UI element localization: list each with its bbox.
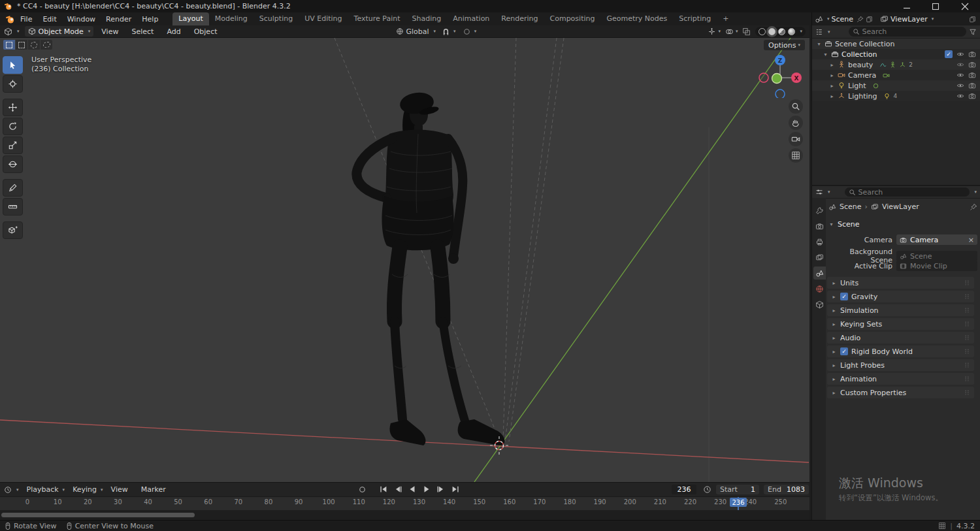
filter-icon[interactable] — [969, 28, 977, 36]
jump-to-start-icon[interactable] — [379, 485, 388, 494]
auto-keying-icon[interactable] — [358, 485, 367, 494]
disclosure-icon[interactable]: ▸ — [829, 83, 835, 89]
viewlayer-icon[interactable] — [880, 15, 889, 24]
gravity-checkbox[interactable]: ✓ — [840, 293, 848, 300]
ortho-toggle-button[interactable] — [789, 148, 803, 163]
workspace-tab-shading[interactable]: Shading — [406, 12, 448, 25]
section-keying-sets[interactable]: ▸ Keying Sets — [827, 318, 974, 330]
menu-window[interactable]: Window — [62, 15, 101, 24]
chevron-down-icon[interactable]: ▾ — [16, 487, 19, 492]
play-icon[interactable] — [422, 485, 431, 494]
chevron-down-icon[interactable]: ▾ — [800, 29, 802, 34]
tool-rotate[interactable] — [3, 118, 23, 135]
outliner-row-light[interactable]: ▸ Light — [812, 80, 980, 91]
section-animation[interactable]: ▸ Animation — [827, 373, 974, 385]
viewlayer-name[interactable]: ViewLayer — [890, 15, 928, 24]
tool-cursor[interactable] — [3, 75, 23, 93]
outliner-row-camera[interactable]: ▸ Camera — [812, 70, 980, 80]
select-mode-lasso[interactable] — [41, 40, 52, 50]
snap-magnet-icon[interactable] — [442, 27, 450, 36]
close-button[interactable] — [950, 0, 980, 12]
tool-select-box[interactable] — [3, 56, 23, 74]
gizmo-x-negative[interactable] — [759, 73, 768, 82]
disclosure-icon[interactable]: ▸ — [829, 72, 835, 78]
menu-render[interactable]: Render — [101, 15, 137, 24]
menu-file[interactable]: File — [15, 15, 37, 24]
timeline-menu-view[interactable]: View — [106, 485, 133, 494]
tab-scene[interactable] — [813, 266, 826, 280]
grip-dots-icon[interactable] — [964, 389, 970, 396]
editor-type-3d-viewport-icon[interactable] — [4, 27, 12, 36]
shading-rendered-icon[interactable] — [788, 28, 795, 35]
section-gravity[interactable]: ▸ ✓ Gravity — [827, 291, 974, 302]
tab-render[interactable] — [813, 219, 826, 233]
section-audio[interactable]: ▸ Audio — [827, 332, 974, 344]
select-mode-box[interactable] — [16, 40, 27, 50]
start-frame-field[interactable]: Start 1 — [716, 485, 759, 494]
proportional-editing-icon[interactable] — [463, 27, 471, 36]
disclosure-icon[interactable]: ▸ — [829, 62, 835, 68]
mode-dropdown[interactable]: Object Mode ▾ — [25, 26, 94, 37]
chevron-down-icon[interactable]: ▾ — [17, 29, 20, 34]
end-frame-field[interactable]: End 1083 — [764, 485, 809, 494]
scene-name[interactable]: Scene — [832, 15, 854, 24]
clear-icon[interactable]: × — [968, 236, 974, 244]
editor-type-outliner-icon[interactable] — [815, 28, 823, 36]
hide-eye-icon[interactable] — [956, 82, 964, 89]
shading-wireframe-icon[interactable] — [759, 28, 766, 35]
playhead-frame-badge[interactable]: 236 — [730, 498, 747, 507]
workspace-tab-geometry-nodes[interactable]: Geometry Nodes — [600, 12, 673, 25]
grip-dots-icon[interactable] — [964, 347, 970, 355]
new-viewlayer-icon[interactable] — [969, 16, 976, 23]
snap-controls[interactable]: ▾ — [442, 27, 456, 36]
hide-eye-icon[interactable] — [956, 71, 964, 79]
section-light-probes[interactable]: ▸ Light Probes — [827, 359, 974, 371]
tool-transform[interactable] — [3, 155, 23, 173]
maximize-button[interactable] — [921, 0, 950, 12]
browse-scene-icon[interactable] — [815, 15, 823, 24]
tab-output[interactable] — [813, 235, 826, 248]
hide-eye-icon[interactable] — [956, 50, 964, 58]
workspace-tab-compositing[interactable]: Compositing — [544, 12, 601, 25]
transform-orientation-dropdown[interactable]: Global ▾ — [393, 26, 440, 37]
breadcrumb-viewlayer[interactable]: ViewLayer — [882, 202, 919, 211]
viewport-menu-view[interactable]: View — [96, 27, 123, 36]
timeline-ruler[interactable]: 0 10 20 30 40 50 60 70 80 90 100 110 120… — [0, 496, 809, 511]
menu-help[interactable]: Help — [137, 15, 163, 24]
disable-render-camera-icon[interactable] — [968, 92, 976, 100]
next-keyframe-icon[interactable] — [436, 485, 446, 494]
hide-eye-icon[interactable] — [956, 61, 964, 69]
character-mesh[interactable] — [357, 91, 505, 445]
rigid-body-checkbox[interactable]: ✓ — [840, 347, 848, 355]
grip-dots-icon[interactable] — [964, 375, 970, 383]
section-rigid-body-world[interactable]: ▸ ✓ Rigid Body World — [827, 346, 974, 357]
background-scene-field[interactable]: Scene — [896, 251, 977, 261]
current-frame-field[interactable]: 236 — [672, 485, 696, 494]
breadcrumb-scene[interactable]: Scene — [840, 202, 862, 211]
tab-tool[interactable] — [813, 204, 826, 217]
section-simulation[interactable]: ▸ Simulation — [827, 304, 974, 316]
timeline-menu-keying[interactable]: Keying — [67, 485, 102, 494]
select-mode-tweak[interactable] — [3, 40, 15, 50]
tool-annotate[interactable] — [3, 179, 23, 197]
tab-world[interactable] — [813, 282, 826, 295]
new-scene-icon[interactable] — [866, 16, 873, 23]
hide-eye-icon[interactable] — [956, 92, 964, 100]
pin-scene-icon[interactable] — [857, 16, 864, 23]
collection-checkbox[interactable]: ✓ — [945, 50, 953, 58]
menu-edit[interactable]: Edit — [37, 15, 61, 24]
minimize-button[interactable] — [892, 0, 921, 12]
navigation-gizmo[interactable]: Z X — [757, 51, 804, 98]
camera-field[interactable]: Camera × — [896, 234, 977, 245]
outliner-row-collection[interactable]: ▾ Collection ✓ — [812, 49, 980, 59]
workspace-tab-animation[interactable]: Animation — [447, 12, 495, 25]
chevron-down-icon[interactable]: ▾ — [828, 29, 830, 35]
outliner-row-scene-collection[interactable]: ▾ Scene Collection — [812, 39, 980, 49]
show-gizmo-toggle[interactable]: ▾ — [708, 27, 721, 36]
chevron-down-icon[interactable]: ▾ — [474, 29, 477, 34]
viewport-menu-select[interactable]: Select — [126, 27, 159, 36]
gizmo-z-negative[interactable] — [776, 89, 785, 98]
chevron-down-icon[interactable]: ▾ — [453, 29, 456, 34]
workspace-tab-sculpting[interactable]: Sculpting — [253, 12, 299, 25]
grip-dots-icon[interactable] — [964, 361, 970, 369]
